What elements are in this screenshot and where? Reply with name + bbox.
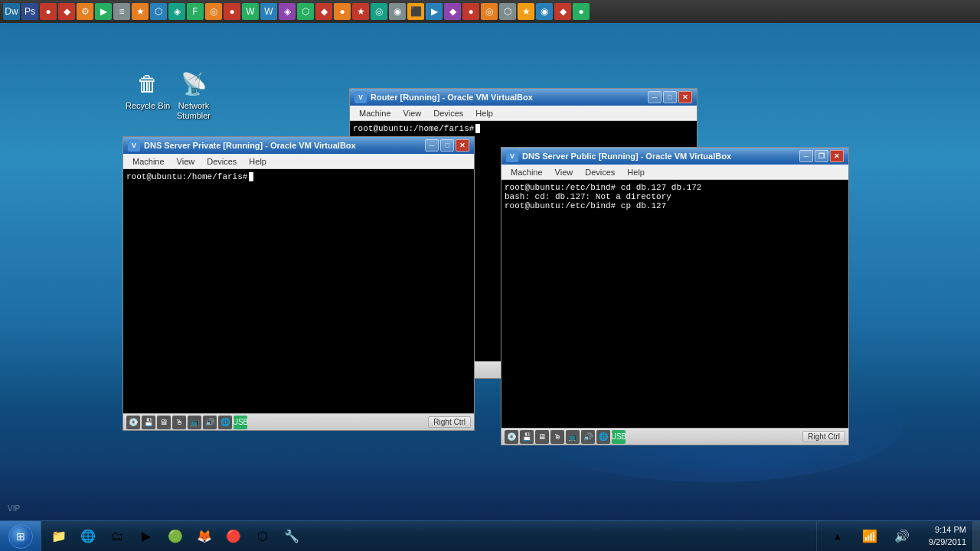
dns-public-minimize-btn[interactable]: ─ — [799, 150, 813, 162]
toolbar-app14-icon[interactable]: W — [242, 3, 259, 20]
toolbar-app30-icon[interactable]: ◉ — [536, 3, 553, 20]
dns-private-menu-help[interactable]: Help — [243, 155, 273, 168]
router-menu-devices[interactable]: Devices — [427, 107, 469, 119]
toolbar-app7-icon[interactable]: ≡ — [113, 3, 130, 20]
toolbar-app24-icon[interactable]: ▶ — [426, 3, 443, 20]
router-menu-view[interactable]: View — [397, 107, 428, 119]
toolbar-app11-icon[interactable]: F — [187, 3, 204, 20]
dns-public-menu-machine[interactable]: Machine — [505, 166, 549, 178]
dns-private-right-ctrl[interactable]: Right Ctrl — [428, 416, 471, 428]
router-maximize-btn[interactable]: □ — [663, 91, 677, 103]
dns-public-close-btn[interactable]: ✕ — [830, 150, 844, 162]
toolbar-app29-icon[interactable]: ★ — [518, 3, 534, 20]
toolbar-app21-icon[interactable]: ◎ — [371, 3, 387, 20]
dns-public-status-icon5: 📺 — [566, 430, 580, 444]
toolbar-app9-icon[interactable]: ⬡ — [150, 3, 167, 20]
toolbar-app16-icon[interactable]: ◈ — [279, 3, 296, 20]
toolbar-app26-icon[interactable]: ● — [462, 3, 479, 20]
router-menu-machine[interactable]: Machine — [353, 107, 397, 119]
taskbar-folder-icon[interactable]: 🗂 — [103, 523, 131, 550]
system-clock[interactable]: 9:14 PM 9/29/2011 — [923, 524, 972, 548]
toolbar-app27-icon[interactable]: ◎ — [481, 3, 498, 20]
router-minimize-btn[interactable]: ─ — [648, 91, 662, 103]
router-menubar: Machine View Devices Help — [350, 106, 697, 121]
dns-private-menu-devices[interactable]: Devices — [201, 155, 243, 168]
taskbar-ie-icon[interactable]: 🌐 — [74, 523, 102, 550]
router-close-btn[interactable]: ✕ — [678, 91, 692, 103]
show-desktop-btn[interactable] — [972, 521, 980, 551]
toolbar-app3-icon[interactable]: ● — [40, 3, 57, 20]
dns-private-menu-machine[interactable]: Machine — [126, 155, 171, 168]
dns-private-minimize-btn[interactable]: ─ — [425, 139, 439, 152]
toolbar-ps-icon[interactable]: Ps — [21, 3, 38, 20]
clock-date: 9/29/2011 — [929, 536, 966, 548]
taskbar-vbox-icon[interactable]: ⬡ — [249, 523, 276, 550]
toolbar-app5-icon[interactable]: ⚙ — [77, 3, 93, 20]
network-stumbler-icon[interactable]: 📡 Network Stumbler — [167, 68, 220, 121]
dns-public-restore-btn[interactable]: ❐ — [815, 150, 828, 162]
dns-private-status-icon1: 💽 — [126, 416, 140, 429]
router-window-controls: ─ □ ✕ — [648, 91, 692, 103]
dns-public-terminal-line2: bash: cd: db.127: Not a directory — [505, 192, 845, 201]
clock-time: 9:14 PM — [929, 524, 966, 536]
toolbar-app8-icon[interactable]: ★ — [132, 3, 149, 20]
dns-private-status-icon5: 📺 — [188, 416, 201, 429]
toolbar-app32-icon[interactable]: ● — [573, 3, 590, 20]
dns-private-close-btn[interactable]: ✕ — [456, 139, 469, 152]
dns-private-terminal[interactable]: root@ubuntu:/home/faris# — [123, 169, 474, 413]
dns-public-titlebar[interactable]: V DNS Server Public [Running] - Oracle V… — [501, 148, 848, 165]
router-menu-help[interactable]: Help — [469, 107, 499, 119]
taskbar-pinned-icons: 📁 🌐 🗂 ▶ 🟢 🦊 🔴 ⬡ 🔧 — [41, 521, 309, 551]
toolbar-app31-icon[interactable]: ◆ — [554, 3, 571, 20]
tray-show-hidden-icon[interactable]: ▲ — [824, 523, 851, 550]
toolbar-app12-icon[interactable]: ◎ — [205, 3, 222, 20]
dns-private-status-icon3: 🖥 — [157, 416, 171, 429]
network-stumbler-image: 📡 — [178, 68, 209, 99]
toolbar-app23-icon[interactable]: ⬛ — [407, 3, 424, 20]
tray-volume-icon[interactable]: 🔊 — [888, 523, 916, 550]
dns-public-right-ctrl[interactable]: Right Ctrl — [802, 431, 845, 442]
toolbar-app13-icon[interactable]: ● — [224, 3, 240, 20]
desktop: 🗑 Recycle Bin 📡 Network Stumbler VIP Dw … — [0, 0, 980, 520]
toolbar-app4-icon[interactable]: ◆ — [58, 3, 75, 20]
taskbar: 📁 🌐 🗂 ▶ 🟢 🦊 🔴 ⬡ 🔧 ▲ 📶 🔊 9:14 PM 9/29/201… — [0, 520, 980, 551]
toolbar-app19-icon[interactable]: ● — [334, 3, 351, 20]
network-stumbler-label: Network Stumbler — [167, 101, 220, 121]
toolbar-app15-icon[interactable]: W — [260, 3, 277, 20]
toolbar-app28-icon[interactable]: ⬡ — [499, 3, 516, 20]
toolbar-app25-icon[interactable]: ◆ — [444, 3, 461, 20]
dns-public-status-icon4: 🖱 — [550, 430, 564, 444]
start-orb — [8, 524, 33, 549]
tray-network-icon[interactable]: 📶 — [856, 523, 884, 550]
toolbar-app6-icon[interactable]: ▶ — [95, 3, 112, 20]
toolbar-app18-icon[interactable]: ◆ — [315, 3, 332, 20]
taskbar-tray: ▲ 📶 🔊 — [816, 521, 923, 551]
toolbar-app10-icon[interactable]: ◈ — [168, 3, 185, 20]
toolbar-app22-icon[interactable]: ◉ — [389, 3, 406, 20]
taskbar-app1-icon[interactable]: 🟢 — [162, 523, 189, 550]
taskbar-app2-icon[interactable]: 🔴 — [220, 523, 247, 550]
taskbar-media-icon[interactable]: ▶ — [132, 523, 160, 550]
dns-private-status-icon8: USB — [234, 416, 247, 429]
dns-private-maximize-btn[interactable]: □ — [440, 139, 454, 152]
taskbar-tool-icon[interactable]: 🔧 — [278, 523, 305, 550]
dns-public-menu-help[interactable]: Help — [621, 166, 651, 178]
dns-private-status-icon4: 🖱 — [172, 416, 186, 429]
router-title-icon: V — [354, 91, 367, 103]
dns-public-menu-devices[interactable]: Devices — [579, 166, 621, 178]
toolbar-app17-icon[interactable]: ⬡ — [297, 3, 314, 20]
dns-private-menu-view[interactable]: View — [171, 155, 201, 168]
start-button[interactable] — [0, 521, 41, 552]
toolbar-app20-icon[interactable]: ★ — [352, 3, 369, 20]
router-titlebar[interactable]: V Router [Running] - Oracle VM VirtualBo… — [350, 89, 697, 106]
top-toolbar: Dw Ps ● ◆ ⚙ ▶ ≡ ★ ⬡ ◈ F ◎ ● W W ◈ ⬡ ◆ ● … — [0, 0, 980, 23]
router-title-text: Router [Running] - Oracle VM VirtualBox — [371, 93, 648, 102]
dns-private-titlebar[interactable]: V DNS Server Private [Running] - Oracle … — [123, 137, 474, 154]
taskbar-explorer-icon[interactable]: 📁 — [45, 523, 73, 550]
dns-public-menu-view[interactable]: View — [549, 166, 580, 178]
dns-private-status-icon6: 🔊 — [203, 416, 217, 429]
toolbar-dw-icon[interactable]: Dw — [3, 3, 20, 20]
taskbar-firefox-icon[interactable]: 🦊 — [191, 523, 218, 550]
dns-public-statusbar: 💽 💾 🖥 🖱 📺 🔊 🌐 USB Right Ctrl — [501, 428, 848, 445]
dns-public-terminal[interactable]: root@ubuntu:/etc/bind# cd db.127 db.172 … — [501, 180, 848, 428]
